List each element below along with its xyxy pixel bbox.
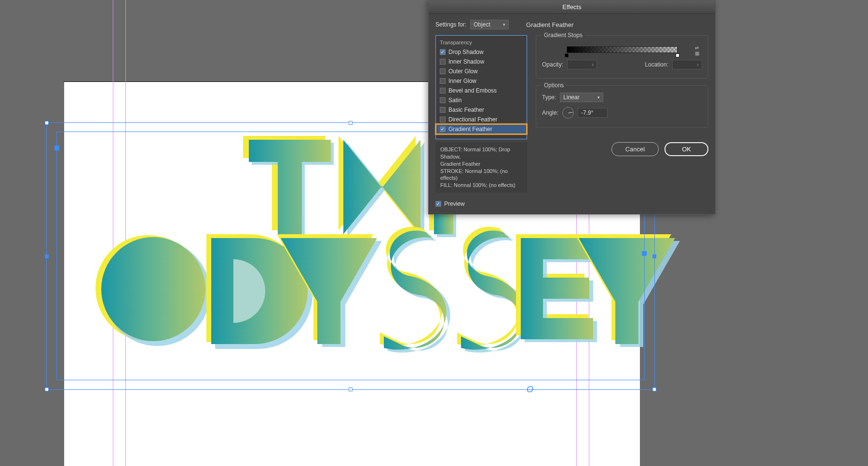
fx-satin[interactable]: Satin (436, 95, 527, 105)
checkbox-icon[interactable] (440, 97, 446, 103)
resize-handle[interactable] (349, 387, 353, 391)
checkbox-icon[interactable] (440, 107, 446, 113)
effects-dialog: Effects Settings for: Object ▾ Gradient … (428, 0, 716, 214)
chevron-down-icon: ▾ (597, 95, 600, 100)
settings-for-label: Settings for: (435, 21, 466, 28)
panel-section-title: Gradient Feather (526, 21, 573, 28)
checkbox-icon[interactable] (440, 59, 446, 65)
checkbox-icon[interactable] (440, 78, 446, 84)
fx-drop-shadow[interactable]: ✓Drop Shadow (436, 47, 527, 57)
dialog-title: Effects (562, 3, 582, 11)
resize-handle[interactable] (652, 387, 656, 391)
chevron-down-icon: ▾ (503, 22, 505, 27)
fx-gradient-feather[interactable]: ✓Gradient Feather (436, 124, 527, 134)
gradient-stop-end[interactable] (676, 53, 679, 57)
location-label: Location: (645, 61, 668, 68)
settings-for-dropdown[interactable]: Object ▾ (470, 20, 509, 29)
ok-button[interactable]: OK (665, 142, 708, 156)
angle-field[interactable]: -7.9° (578, 108, 608, 118)
checkbox-icon[interactable] (440, 68, 446, 74)
overset-text-indicator[interactable]: O (527, 385, 533, 395)
preview-label: Preview (444, 200, 465, 207)
dialog-titlebar[interactable]: Effects (429, 0, 715, 14)
effects-list: Transparency ✓Drop Shadow Inner Shadow O… (435, 35, 527, 139)
fx-inner-glow[interactable]: Inner Glow (436, 76, 527, 86)
effects-list-header[interactable]: Transparency (436, 39, 527, 47)
resize-handle[interactable] (349, 121, 353, 125)
opacity-label: Opacity: (542, 61, 563, 68)
preview-toggle[interactable]: ✓ Preview (435, 200, 527, 207)
checkbox-icon[interactable]: ✓ (440, 49, 446, 55)
location-field[interactable] (672, 60, 702, 69)
gradient-swap-icon[interactable]: ⇄▦ (695, 45, 699, 56)
options-group: Options Type: Linear ▾ Angle: -7.9° (536, 85, 708, 128)
type-label: Type: (542, 94, 556, 101)
gradient-ramp[interactable] (567, 46, 678, 53)
checkbox-icon[interactable] (440, 117, 446, 122)
options-legend: Options (541, 82, 567, 89)
cancel-button[interactable]: Cancel (611, 142, 659, 156)
angle-label: Angle: (542, 109, 558, 116)
settings-for-value: Object (474, 21, 490, 28)
fx-directional-feather[interactable]: Directional Feather (436, 115, 527, 124)
checkbox-icon[interactable]: ✓ (435, 201, 441, 207)
fx-outer-glow[interactable]: Outer Glow (436, 67, 527, 76)
checkbox-icon[interactable] (440, 88, 446, 93)
resize-handle[interactable] (642, 251, 647, 256)
resize-handle[interactable] (45, 121, 49, 125)
gradient-stops-group: Gradient Stops ⇄▦ Opacity: (536, 35, 708, 79)
gradient-stop-start[interactable] (565, 53, 569, 57)
fx-bevel-emboss[interactable]: Bevel and Emboss (436, 86, 527, 95)
checkbox-icon[interactable]: ✓ (440, 126, 446, 132)
opacity-field[interactable] (567, 60, 597, 69)
resize-handle[interactable] (45, 254, 49, 258)
angle-dial[interactable] (562, 107, 574, 119)
resize-handle[interactable] (652, 254, 656, 258)
fx-inner-shadow[interactable]: Inner Shadow (436, 57, 527, 67)
fx-basic-feather[interactable]: Basic Feather (436, 105, 527, 115)
type-value: Linear (563, 94, 579, 101)
gradient-stops-legend: Gradient Stops (541, 32, 585, 39)
resize-handle[interactable] (54, 146, 59, 150)
type-dropdown[interactable]: Linear ▾ (560, 93, 603, 102)
resize-handle[interactable] (45, 387, 49, 391)
effects-summary: OBJECT: Normal 100%; Drop Shadow, Gradie… (435, 142, 527, 193)
